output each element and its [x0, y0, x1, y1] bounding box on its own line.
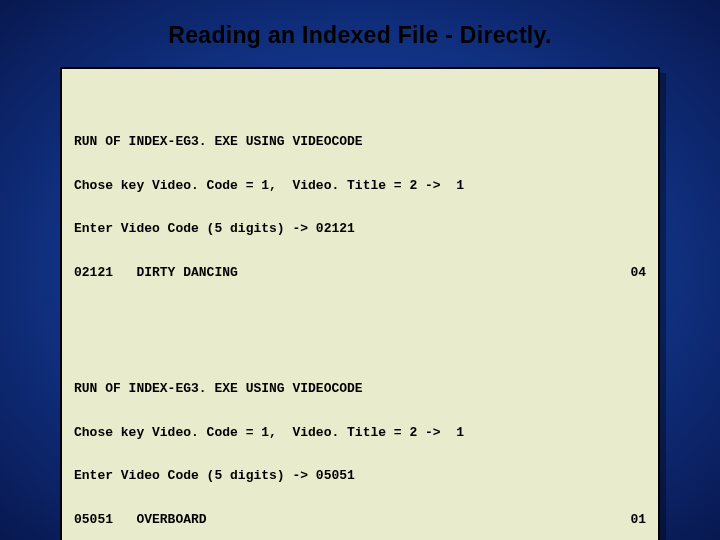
- result-left: 02121 DIRTY DANCING: [74, 266, 238, 281]
- page-title: Reading an Indexed File - Directly.: [0, 0, 720, 67]
- run-block: RUN OF INDEX-EG3. EXE USING VIDEOCODE Ch…: [74, 106, 646, 310]
- result-row: 05051 OVERBOARD01: [74, 513, 646, 528]
- result-left: 05051 OVERBOARD: [74, 513, 207, 528]
- terminal-container: RUN OF INDEX-EG3. EXE USING VIDEOCODE Ch…: [60, 67, 660, 540]
- key-prompt: Chose key Video. Code = 1, Video. Title …: [74, 426, 646, 441]
- key-prompt: Chose key Video. Code = 1, Video. Title …: [74, 179, 646, 194]
- run-header: RUN OF INDEX-EG3. EXE USING VIDEOCODE: [74, 382, 646, 397]
- input-prompt: Enter Video Code (5 digits) -> 02121: [74, 222, 646, 237]
- result-right: 01: [630, 513, 646, 528]
- run-header: RUN OF INDEX-EG3. EXE USING VIDEOCODE: [74, 135, 646, 150]
- run-block: RUN OF INDEX-EG3. EXE USING VIDEOCODE Ch…: [74, 353, 646, 540]
- input-prompt: Enter Video Code (5 digits) -> 05051: [74, 469, 646, 484]
- terminal-output: RUN OF INDEX-EG3. EXE USING VIDEOCODE Ch…: [60, 67, 660, 540]
- result-right: 04: [630, 266, 646, 281]
- result-row: 02121 DIRTY DANCING04: [74, 266, 646, 281]
